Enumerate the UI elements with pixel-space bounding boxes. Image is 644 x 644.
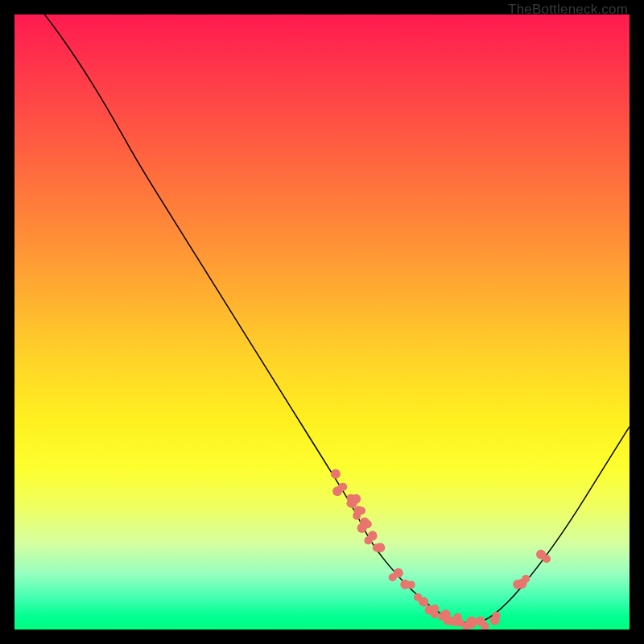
watermark-text: TheBottleneck.com (508, 2, 628, 18)
data-point (348, 498, 357, 508)
data-point (375, 543, 385, 552)
data-point (359, 523, 367, 531)
bottleneck-curve (14, 14, 630, 623)
data-point (431, 605, 439, 613)
data-point (338, 483, 346, 491)
data-point (536, 550, 546, 559)
data-point (369, 531, 377, 539)
data-point (331, 469, 341, 479)
chart-area (14, 14, 630, 630)
data-point (394, 568, 403, 578)
data-point (467, 619, 477, 629)
data-point (353, 512, 361, 520)
chart-svg (14, 14, 630, 630)
data-point (518, 579, 527, 588)
data-point (419, 597, 428, 607)
data-point (490, 616, 500, 625)
data-points-group (331, 469, 551, 630)
data-point (441, 609, 451, 619)
data-point (400, 580, 410, 589)
